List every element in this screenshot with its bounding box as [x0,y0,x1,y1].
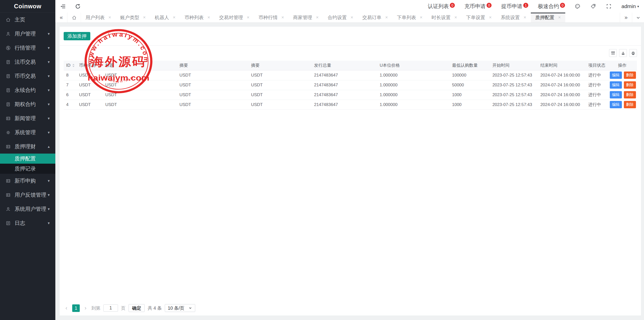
tag-icon[interactable] [590,3,596,9]
sidebar-item[interactable]: 系统用户管理▼ [0,202,55,216]
sidebar-item[interactable]: 法币交易▼ [0,55,55,69]
close-tab-icon[interactable]: × [247,15,250,20]
sidebar-item[interactable]: 新闻管理▼ [0,111,55,125]
sidebar-subitem[interactable]: 质押配置 [0,154,55,164]
tabs-scroll-left-button[interactable]: « [55,13,67,22]
delete-button[interactable]: 删除 [624,81,636,89]
columns-filter-button[interactable] [609,49,617,57]
sidebar-item[interactable]: 主页 [0,13,55,27]
tab-item[interactable]: 时长设置× [427,13,462,22]
sidebar-item[interactable]: 日志▼ [0,216,55,230]
refresh-icon[interactable] [75,3,81,10]
edit-button[interactable]: 编辑 [610,72,622,79]
delete-button[interactable]: 删除 [624,101,636,108]
user-menu[interactable]: admin ▾ [621,3,639,9]
topbar-nav-item[interactable]: 充币申请0 [464,3,492,10]
table-column-header[interactable]: 币种名称 [76,61,103,70]
add-pledge-button[interactable]: 添加质押 [64,32,90,40]
edit-button[interactable]: 编辑 [610,101,622,108]
tab-item[interactable]: 机器人× [150,13,180,22]
table-column-header[interactable]: U本位价格 [377,61,450,70]
sidebar-item[interactable]: 币币交易▼ [0,69,55,83]
table-column-header[interactable]: 项目状态 [586,61,608,70]
close-tab-icon[interactable]: × [143,15,146,20]
table-column-header[interactable]: 摘要 [249,61,312,70]
table-column-header[interactable]: 发行总量 [312,61,377,70]
close-tab-icon[interactable]: × [108,15,111,20]
close-tab-icon[interactable]: × [316,15,319,20]
home-tab[interactable] [67,13,81,22]
goto-page-input[interactable] [103,304,118,312]
table-cell: USDT [177,90,249,100]
tabs-scroll-right-button[interactable]: » [620,13,632,22]
tab-item[interactable]: 用户列表× [81,13,116,22]
doc-icon [6,102,15,107]
table-cell: USDT [249,100,312,110]
sidebar-item[interactable]: 永续合约▼ [0,83,55,97]
close-tab-icon[interactable]: × [173,15,176,20]
tab-item[interactable]: 下单列表× [392,13,427,22]
delete-button[interactable]: 删除 [624,91,636,98]
tab-item[interactable]: 合约设置× [323,13,358,22]
current-page-button[interactable]: 1 [72,304,80,312]
table-column-header[interactable]: 开始时间 [490,61,538,70]
sidebar-item[interactable]: 用户反馈管理▼ [0,188,55,202]
tab-item[interactable]: 账户类型× [116,13,150,22]
tab-item[interactable]: 币种行情× [254,13,289,22]
close-tab-icon[interactable]: × [281,15,284,20]
table-toolbar [60,46,641,61]
sidebar-item[interactable]: 质押理财▲ [0,139,55,154]
table-cell: 2147483647 [312,70,377,80]
sidebar-item[interactable]: 用户管理▼ [0,27,55,41]
tab-item[interactable]: 交易对管理× [215,13,254,22]
print-button[interactable] [629,49,637,57]
sidebar-item[interactable]: 新币申购▼ [0,174,55,188]
table-column-header[interactable]: 最低认购数量 [450,61,490,70]
table-cell: USDT [103,70,177,80]
table-column-header[interactable]: 标题 [103,61,177,70]
topbar-nav-item[interactable]: 提币申请1 [501,3,528,10]
topbar-nav-item[interactable]: 认证列表0 [428,3,455,10]
tab-item[interactable]: 商家管理× [289,13,323,22]
table-cell: 进行中 [586,100,608,110]
edit-button[interactable]: 编辑 [610,81,622,89]
prev-page-button[interactable]: ‹ [64,305,69,311]
tabs-dropdown-button[interactable] [632,13,644,22]
edit-button[interactable]: 编辑 [610,91,622,98]
sort-icon[interactable] [72,63,75,67]
table-column-header[interactable]: ID [64,61,76,70]
theme-palette-icon[interactable] [575,3,581,9]
print-icon [631,51,635,55]
close-tab-icon[interactable]: × [558,15,561,20]
close-tab-icon[interactable]: × [420,15,423,20]
sidebar-item[interactable]: 期权合约▼ [0,97,55,111]
news-icon [6,144,15,149]
collapse-sidebar-icon[interactable] [60,3,66,10]
sidebar-subitem[interactable]: 质押记录 [0,164,55,174]
topbar-nav-item[interactable]: 极速合约0 [538,3,565,10]
tab-item[interactable]: 交易订单× [358,13,392,22]
pledge-table: ID币种名称标题摘要摘要发行总量U本位价格最低认购数量开始时间结束时间项目状态操… [64,61,637,110]
page-size-select[interactable]: 10 条/页 [165,304,195,312]
sidebar-item[interactable]: 行情管理▼ [0,41,55,55]
sidebar-item[interactable]: 系统管理▼ [0,125,55,139]
next-page-button[interactable]: › [83,305,88,311]
table-column-header[interactable]: 摘要 [177,61,249,70]
fullscreen-icon[interactable] [606,3,612,9]
tab-item[interactable]: 系统设置× [496,13,531,22]
export-button[interactable] [619,49,627,57]
tab-item[interactable]: 币种列表× [180,13,215,22]
close-tab-icon[interactable]: × [385,15,388,20]
close-tab-icon[interactable]: × [524,15,526,20]
delete-button[interactable]: 删除 [624,72,636,79]
table-column-header[interactable]: 结束时间 [538,61,586,70]
goto-confirm-button[interactable]: 确定 [129,304,145,312]
close-tab-icon[interactable]: × [454,15,457,20]
tab-item[interactable]: 下单设置× [462,13,496,22]
close-tab-icon[interactable]: × [208,15,210,20]
close-tab-icon[interactable]: × [351,15,353,20]
tab-item[interactable]: 质押配置× [531,13,566,22]
close-tab-icon[interactable]: × [489,15,492,20]
tab-label: 账户类型 [120,14,139,21]
table-column-header[interactable]: 操作 [608,61,637,70]
